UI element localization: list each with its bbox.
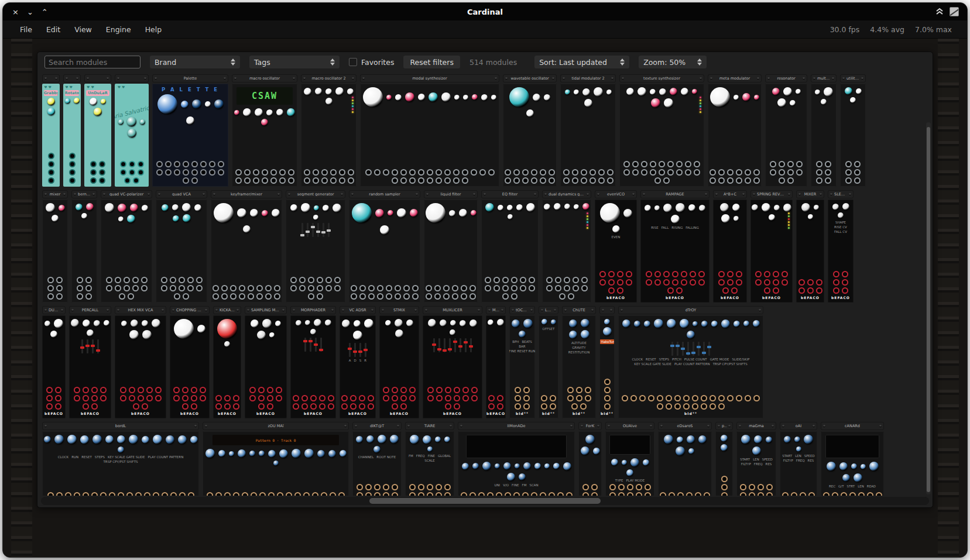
module-tile-resonator[interactable]: resonator — [765, 74, 807, 187]
jack-port[interactable] — [479, 169, 486, 176]
jack-port[interactable] — [563, 169, 570, 176]
jack-port[interactable] — [90, 177, 97, 184]
knob[interactable] — [569, 331, 577, 339]
jack-port[interactable] — [330, 169, 337, 176]
module-tile-kickall[interactable]: KICKALLbEFACO — [213, 306, 241, 418]
jack-port[interactable] — [91, 395, 98, 401]
jack-port[interactable] — [124, 285, 130, 291]
jack-port[interactable] — [683, 403, 690, 410]
module-tile-dikt-t[interactable]: dIKT@TCHANNELROOT NOTE — [352, 422, 402, 496]
knob[interactable] — [677, 437, 683, 443]
knob[interactable] — [423, 435, 431, 444]
knob[interactable] — [162, 204, 169, 211]
jack-port[interactable] — [753, 177, 760, 184]
slider[interactable] — [465, 338, 467, 352]
jack-port[interactable] — [412, 293, 419, 300]
slider[interactable] — [315, 338, 317, 352]
knob[interactable] — [325, 98, 333, 105]
jack-port[interactable] — [676, 287, 683, 294]
jack-port[interactable] — [47, 492, 54, 496]
jack-port[interactable] — [523, 387, 530, 393]
jack-port[interactable] — [564, 277, 570, 283]
jack-port[interactable] — [183, 169, 189, 176]
knob[interactable] — [83, 319, 90, 327]
jack-port[interactable] — [200, 387, 206, 393]
knob[interactable] — [630, 458, 639, 467]
jack-port[interactable] — [301, 395, 308, 401]
jack-port[interactable] — [99, 161, 105, 167]
jack-port[interactable] — [736, 271, 742, 277]
knob[interactable] — [762, 203, 770, 212]
jack-port[interactable] — [667, 287, 674, 294]
jack-port[interactable] — [488, 403, 495, 410]
knob[interactable] — [650, 89, 656, 95]
jack-port[interactable] — [409, 169, 416, 176]
jack-port[interactable] — [56, 285, 63, 291]
knob[interactable] — [563, 462, 571, 470]
module-tile-meta-modulator[interactable]: meta modulator — [708, 74, 762, 187]
knob[interactable] — [659, 88, 666, 95]
knob[interactable] — [105, 203, 114, 212]
knob[interactable] — [777, 98, 786, 107]
jack-port[interactable] — [279, 177, 286, 184]
jack-port[interactable] — [288, 177, 294, 184]
jack-port[interactable] — [100, 387, 107, 393]
knob[interactable] — [71, 319, 79, 327]
module-tile-edsaros[interactable]: eDsaroS — [658, 422, 712, 496]
jack-port[interactable] — [718, 271, 725, 277]
collapse-chevrons-icon[interactable] — [935, 6, 944, 18]
knob[interactable] — [643, 459, 649, 466]
knob[interactable] — [869, 462, 879, 471]
jack-port[interactable] — [833, 279, 839, 286]
jack-port[interactable] — [265, 285, 272, 291]
jack-port[interactable] — [471, 169, 477, 176]
jack-port[interactable] — [348, 177, 354, 184]
jack-port[interactable] — [46, 387, 53, 393]
slider[interactable] — [682, 342, 684, 356]
knob[interactable] — [769, 214, 775, 221]
jack-port[interactable] — [161, 285, 167, 291]
knob[interactable] — [205, 101, 211, 107]
jack-port[interactable] — [436, 177, 442, 184]
knob[interactable] — [105, 435, 114, 444]
knob[interactable] — [688, 204, 695, 211]
jack-port[interactable] — [383, 387, 389, 393]
knob[interactable] — [664, 435, 673, 444]
knob[interactable] — [783, 87, 792, 96]
module-tile-a-b-c[interactable]: A*B+CbEFACO — [713, 190, 747, 303]
knob[interactable] — [512, 319, 520, 328]
jack-port[interactable] — [155, 395, 162, 401]
knob[interactable] — [266, 109, 273, 116]
knob[interactable] — [118, 119, 124, 125]
jack-port[interactable] — [564, 285, 570, 291]
jack-port[interactable] — [138, 161, 144, 167]
knob[interactable] — [482, 462, 491, 470]
knob[interactable] — [593, 448, 600, 455]
slider[interactable] — [349, 343, 351, 357]
jack-port[interactable] — [47, 293, 54, 300]
knob[interactable] — [140, 119, 145, 125]
jack-port[interactable] — [277, 492, 283, 496]
jack-port[interactable] — [520, 285, 526, 291]
jack-port[interactable] — [471, 395, 478, 401]
knob[interactable] — [664, 98, 673, 108]
jack-port[interactable] — [549, 177, 555, 184]
jack-port[interactable] — [83, 387, 89, 393]
knob[interactable] — [237, 208, 246, 218]
jack-port[interactable] — [591, 484, 598, 490]
jack-port[interactable] — [312, 492, 318, 496]
jack-port[interactable] — [301, 403, 308, 410]
jack-port[interactable] — [581, 177, 587, 184]
jack-port[interactable] — [56, 492, 63, 496]
jack-port[interactable] — [718, 279, 725, 286]
jack-port[interactable] — [239, 285, 245, 291]
jack-port[interactable] — [823, 492, 830, 496]
jack-port[interactable] — [727, 169, 734, 176]
jack-port[interactable] — [505, 169, 511, 176]
knob[interactable] — [173, 215, 179, 222]
jack-port[interactable] — [321, 169, 328, 176]
jack-port[interactable] — [392, 395, 398, 401]
jack-port[interactable] — [854, 161, 861, 167]
knob[interactable] — [444, 437, 450, 442]
jack-port[interactable] — [436, 387, 443, 393]
